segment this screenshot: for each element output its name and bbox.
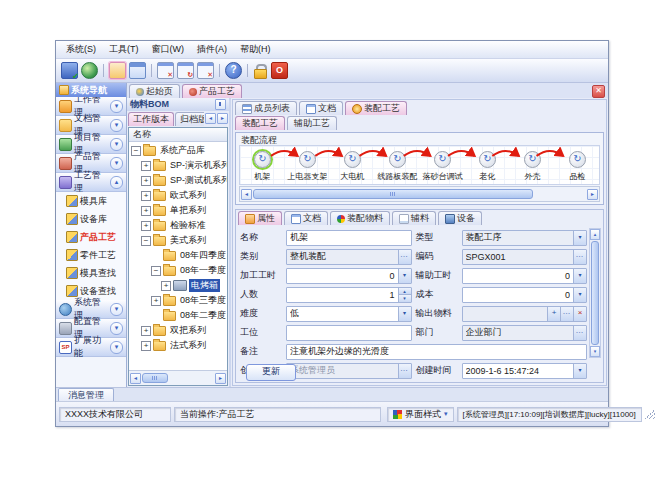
- update-button[interactable]: 更新: [246, 364, 296, 381]
- nav-item[interactable]: 零件工艺: [56, 246, 126, 264]
- process-step-icon[interactable]: [479, 151, 496, 168]
- tree-row[interactable]: SP-演示机系列: [129, 158, 227, 173]
- lock-icon[interactable]: [253, 63, 268, 78]
- nav-item[interactable]: 设备库: [56, 210, 126, 228]
- dropdown-icon[interactable]: ▾: [573, 288, 586, 302]
- process-step-icon[interactable]: [299, 151, 316, 168]
- chevron-icon[interactable]: [110, 303, 123, 316]
- tree-expand-icon[interactable]: [151, 251, 161, 261]
- tab-scroll-right-icon[interactable]: ►: [217, 113, 228, 124]
- output-material-input[interactable]: [463, 307, 548, 321]
- separator[interactable]: [219, 64, 220, 77]
- interface-style-button[interactable]: 界面样式 ▾: [387, 407, 454, 422]
- flow-node[interactable]: 落砂台调试: [420, 146, 465, 184]
- tree-expand-icon[interactable]: [161, 281, 171, 291]
- folder-window-icon[interactable]: [109, 62, 126, 79]
- exit-icon[interactable]: [271, 62, 288, 79]
- nav-item[interactable]: 模具查找: [56, 264, 126, 282]
- bom-tab[interactable]: 工作版本: [128, 112, 174, 126]
- property-tab[interactable]: 装配物料: [330, 211, 390, 225]
- aux-hours-input[interactable]: [463, 269, 574, 283]
- pin-icon[interactable]: [215, 99, 226, 110]
- nav-item[interactable]: 工艺管理: [56, 173, 126, 192]
- cost-input[interactable]: [463, 288, 574, 302]
- work-hours-input[interactable]: [287, 269, 398, 283]
- tree-expand-icon[interactable]: [141, 206, 151, 216]
- tab-scroll-left-icon[interactable]: ◄: [205, 113, 216, 124]
- people-stepper[interactable]: [287, 288, 398, 302]
- bom-tab[interactable]: 归档版: [175, 112, 204, 126]
- tree-row[interactable]: 08年四季度: [129, 248, 227, 263]
- menu-item[interactable]: 工具(T): [103, 42, 145, 57]
- tree-expand-icon[interactable]: [141, 191, 151, 201]
- chevron-icon[interactable]: [110, 322, 123, 335]
- process-step-icon[interactable]: [344, 151, 361, 168]
- member-tab[interactable]: 成员列表: [235, 101, 297, 115]
- process-step-icon[interactable]: [434, 151, 451, 168]
- help-icon[interactable]: [225, 62, 242, 79]
- code-input[interactable]: [463, 250, 574, 264]
- property-tab[interactable]: 属性: [238, 211, 282, 225]
- document-tab[interactable]: 起始页: [129, 84, 180, 98]
- tree-row[interactable]: 电烤箱: [129, 278, 227, 293]
- globe-icon[interactable]: [81, 62, 98, 79]
- chevron-icon[interactable]: [110, 119, 123, 132]
- department-input[interactable]: [463, 326, 574, 340]
- scroll-down-icon[interactable]: ▾: [590, 346, 600, 357]
- message-management-tab[interactable]: 消息管理: [58, 388, 114, 401]
- menu-item[interactable]: 系统(S): [60, 42, 102, 57]
- tree-expand-icon[interactable]: [151, 296, 161, 306]
- tree-row[interactable]: 系统产品库: [129, 143, 227, 158]
- tree-expand-icon[interactable]: [141, 326, 151, 336]
- menu-item[interactable]: 插件(A): [191, 42, 233, 57]
- close-tab-button[interactable]: ✕: [592, 85, 605, 98]
- close-window-icon[interactable]: [157, 62, 174, 79]
- property-tab[interactable]: 辅料: [392, 211, 436, 225]
- property-tab[interactable]: 文档: [284, 211, 328, 225]
- process-step-icon[interactable]: [569, 151, 586, 168]
- tree-expand-icon[interactable]: [151, 311, 161, 321]
- name-input[interactable]: [287, 231, 411, 245]
- scrollbar-thumb[interactable]: [142, 373, 168, 383]
- dropdown-icon[interactable]: ▾: [573, 231, 586, 245]
- tree-expand-icon[interactable]: [141, 176, 151, 186]
- tree-row[interactable]: 法式系列: [129, 338, 227, 353]
- dropdown-icon[interactable]: ▾: [573, 269, 586, 283]
- tree-expand-icon[interactable]: [141, 161, 151, 171]
- tree-row[interactable]: 08年三季度: [129, 293, 227, 308]
- chevron-icon[interactable]: [110, 341, 123, 354]
- process-tab[interactable]: 装配工艺: [235, 116, 285, 130]
- scroll-left-icon[interactable]: ◄: [130, 373, 141, 384]
- spinner-icon[interactable]: ▴▾: [398, 288, 411, 302]
- chevron-icon[interactable]: [110, 138, 123, 151]
- chevron-icon[interactable]: [110, 176, 123, 189]
- tree-row[interactable]: 单把系列: [129, 203, 227, 218]
- tree-expand-icon[interactable]: [141, 221, 151, 231]
- browse-icon[interactable]: …: [573, 250, 586, 264]
- tree-row[interactable]: 欧式系列: [129, 188, 227, 203]
- flow-node[interactable]: 机架: [240, 146, 285, 184]
- scrollbar-thumb[interactable]: [253, 189, 533, 199]
- tree-row[interactable]: 美式系列: [129, 233, 227, 248]
- chevron-icon[interactable]: [110, 100, 123, 113]
- document-tab[interactable]: 产品工艺: [182, 84, 242, 98]
- tree-row[interactable]: 检验标准: [129, 218, 227, 233]
- tree-column-header[interactable]: 名称: [129, 128, 227, 142]
- member-tab[interactable]: 文档: [299, 101, 343, 115]
- add-icon[interactable]: +: [547, 307, 560, 321]
- process-step-icon[interactable]: [389, 151, 406, 168]
- process-step-icon[interactable]: [524, 151, 541, 168]
- browse-icon[interactable]: …: [560, 307, 573, 321]
- separator[interactable]: [151, 64, 152, 77]
- flow-horizontal-scrollbar[interactable]: ◄ ►: [239, 186, 600, 202]
- category-input[interactable]: [287, 250, 398, 264]
- flow-node[interactable]: 外壳: [510, 146, 555, 184]
- chevron-icon[interactable]: [110, 157, 123, 170]
- nav-item[interactable]: 产品工艺: [56, 228, 126, 246]
- dropdown-icon[interactable]: ▾: [398, 307, 411, 321]
- tree-expand-icon[interactable]: [131, 146, 141, 156]
- tree-expand-icon[interactable]: [151, 266, 161, 276]
- scroll-right-icon[interactable]: ►: [587, 189, 598, 200]
- nav-item[interactable]: 扩展功能: [56, 338, 126, 357]
- type-select[interactable]: [463, 231, 574, 245]
